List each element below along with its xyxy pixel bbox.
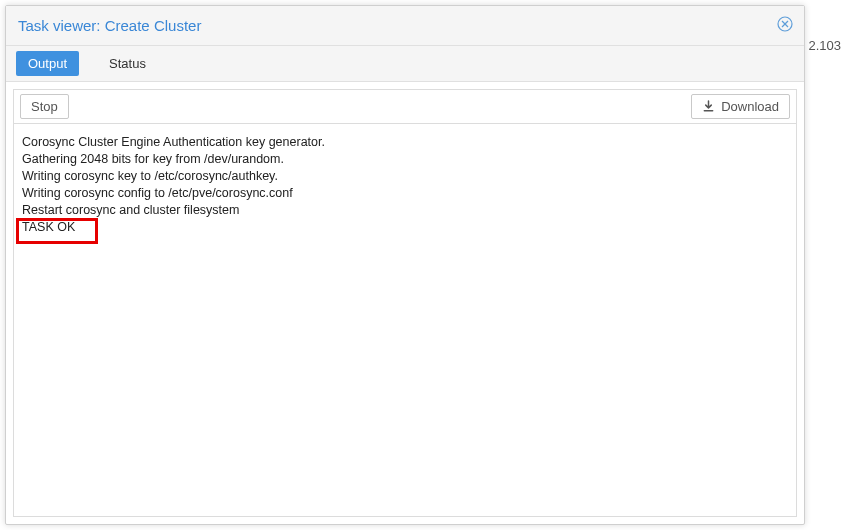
log-line: Restart corosync and cluster filesystem	[22, 202, 788, 219]
tab-status[interactable]: Status	[97, 51, 158, 76]
tabs-bar: Output Status	[6, 46, 804, 82]
log-line: Writing corosync key to /etc/corosync/au…	[22, 168, 788, 185]
log-line: TASK OK	[22, 219, 788, 236]
background-text: 2.103	[808, 38, 841, 53]
download-button[interactable]: Download	[691, 94, 790, 119]
download-icon	[702, 100, 715, 113]
log-line: Writing corosync config to /etc/pve/coro…	[22, 185, 788, 202]
close-button[interactable]	[776, 17, 794, 35]
toolbar: Stop Download	[14, 90, 796, 124]
content-inner: Stop Download Corosync Cluster Engine Au…	[13, 89, 797, 517]
dialog-title: Task viewer: Create Cluster	[18, 17, 201, 34]
log-output[interactable]: Corosync Cluster Engine Authentication k…	[14, 124, 796, 516]
download-label: Download	[721, 99, 779, 114]
log-line: Gathering 2048 bits for key from /dev/ur…	[22, 151, 788, 168]
log-line: Corosync Cluster Engine Authentication k…	[22, 134, 788, 151]
stop-button[interactable]: Stop	[20, 94, 69, 119]
tab-output[interactable]: Output	[16, 51, 79, 76]
close-icon	[777, 16, 793, 35]
dialog-header: Task viewer: Create Cluster	[6, 6, 804, 46]
task-viewer-dialog: Task viewer: Create Cluster Output Statu…	[5, 5, 805, 525]
content-wrapper: Stop Download Corosync Cluster Engine Au…	[6, 82, 804, 524]
